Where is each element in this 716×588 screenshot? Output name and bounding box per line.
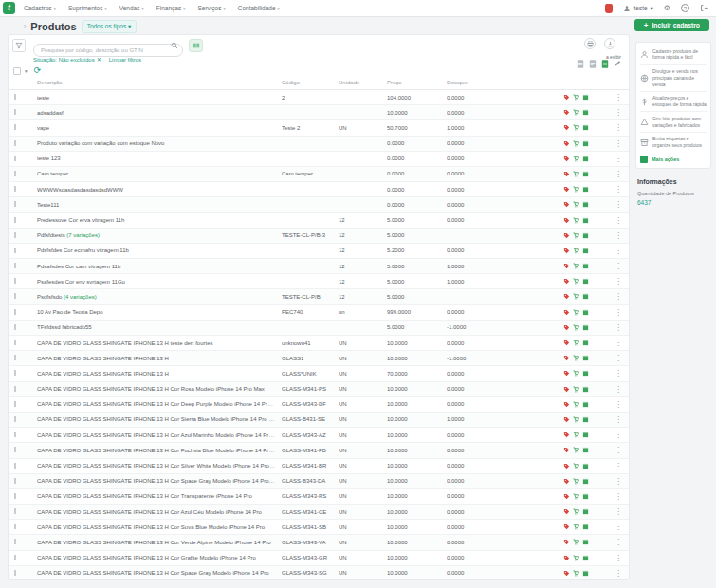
stock-box-icon[interactable] <box>582 539 589 545</box>
row-actions-menu-icon[interactable]: ⋮ <box>615 308 622 317</box>
table-row[interactable]: 10 Av Pao de Teoria DepoPEC740un999.0000… <box>9 305 629 321</box>
row-checkbox[interactable] <box>14 232 16 238</box>
table-row[interactable]: Cam temperCam temper0.00000.0000⋮ <box>9 167 629 182</box>
product-description[interactable]: Pdsafsdes Cor cam vitragem 11b <box>37 264 276 269</box>
row-actions-menu-icon[interactable]: ⋮ <box>615 200 622 209</box>
product-description[interactable]: CAPA DE VIDRO GLASS SHINGATE IPHONE 13 H… <box>37 416 276 422</box>
row-checkbox[interactable] <box>14 186 16 192</box>
row-actions-menu-icon[interactable]: ⋮ <box>615 323 622 332</box>
price-tag-icon[interactable] <box>563 324 570 331</box>
product-description[interactable]: TFsfdssd fabricado55 <box>37 324 276 330</box>
cart-icon[interactable] <box>573 370 579 377</box>
notifications-icon[interactable] <box>605 4 613 13</box>
row-checkbox[interactable] <box>14 340 16 345</box>
stock-box-icon[interactable] <box>582 156 589 162</box>
row-actions-menu-icon[interactable]: ⋮ <box>615 523 622 531</box>
row-checkbox[interactable] <box>14 386 16 392</box>
price-tag-icon[interactable] <box>563 293 570 300</box>
stock-box-icon[interactable] <box>582 447 589 453</box>
stock-box-icon[interactable] <box>582 524 589 530</box>
table-row[interactable]: Pdsafsdes Cor cam vitragem 11b125.00001.… <box>9 259 629 274</box>
product-description[interactable]: teste 123 <box>37 156 276 161</box>
clear-filters-link[interactable]: Limpar filtros <box>109 57 141 63</box>
stock-box-icon[interactable] <box>582 278 589 285</box>
table-row[interactable]: Pdsfsfdes Cor ecmafru vitragem 11b125.20… <box>9 244 629 259</box>
table-row[interactable]: Predessove Cor erva vitragem 11h125.0000… <box>9 213 629 229</box>
table-row[interactable]: CAPA DE VIDRO GLASS SHINGATE IPHONE 13 H… <box>9 474 629 489</box>
column-header-unidade[interactable]: Unidade <box>339 80 359 85</box>
stock-box-icon[interactable] <box>582 340 589 346</box>
row-actions-menu-icon[interactable]: ⋮ <box>615 216 622 225</box>
cart-icon[interactable] <box>573 355 579 361</box>
cart-icon[interactable] <box>573 263 579 269</box>
price-tag-icon[interactable] <box>563 355 570 361</box>
search-icon[interactable] <box>171 42 178 49</box>
product-description[interactable]: CAPA DE VIDRO GLASS SHINGATE IPHONE 13 H… <box>37 386 276 392</box>
price-tag-icon[interactable] <box>563 140 570 147</box>
cart-icon[interactable] <box>573 555 579 561</box>
export-excel-icon[interactable] <box>601 60 609 68</box>
table-row[interactable]: vapeTeste 2UN50.70001.0000⋮ <box>9 120 629 136</box>
cart-icon[interactable] <box>573 340 579 346</box>
row-actions-menu-icon[interactable]: ⋮ <box>615 462 622 470</box>
column-header-codigo[interactable]: Código <box>282 80 300 85</box>
cart-icon[interactable] <box>573 156 579 162</box>
cart-icon[interactable] <box>573 140 579 147</box>
cart-icon[interactable] <box>573 309 579 316</box>
table-row[interactable]: Produto variação com variação com estoqu… <box>9 137 629 152</box>
menu-item-suprimentos[interactable]: Suprimentos ▾ <box>68 5 107 11</box>
product-description[interactable]: CAPA DE VIDRO GLASS SHINGATE IPHONE 13 H… <box>37 555 276 560</box>
price-tag-icon[interactable] <box>563 416 570 423</box>
table-row[interactable]: CAPA DE VIDRO GLASS SHINGATE IPHONE 13 H… <box>9 443 629 458</box>
product-description[interactable]: CAPA DE VIDRO GLASS SHINGATE IPHONE 13 H… <box>37 340 276 346</box>
product-description[interactable]: CAPA DE VIDRO GLASS SHINGATE IPHONE 13 H… <box>37 493 276 499</box>
row-actions-menu-icon[interactable]: ⋮ <box>615 292 622 301</box>
price-tag-icon[interactable] <box>563 124 570 131</box>
row-checkbox[interactable] <box>14 94 16 100</box>
stock-box-icon[interactable] <box>582 140 589 147</box>
row-actions-menu-icon[interactable]: ⋮ <box>615 415 622 424</box>
table-row[interactable]: adsaddasf10.00000.0000⋮ <box>9 105 629 120</box>
row-actions-menu-icon[interactable]: ⋮ <box>615 538 622 546</box>
price-tag-icon[interactable] <box>563 493 570 500</box>
row-checkbox[interactable] <box>14 309 16 315</box>
price-tag-icon[interactable] <box>563 447 570 453</box>
cart-icon[interactable] <box>573 508 579 515</box>
price-tag-icon[interactable] <box>563 570 570 577</box>
help-icon[interactable]: ? <box>681 4 689 12</box>
row-actions-menu-icon[interactable]: ⋮ <box>615 339 622 347</box>
row-checkbox[interactable] <box>14 263 16 268</box>
product-description[interactable]: Produto variação com variação com estoqu… <box>37 140 276 146</box>
cart-icon[interactable] <box>573 278 579 285</box>
row-checkbox[interactable] <box>14 124 16 130</box>
stock-box-icon[interactable] <box>582 293 589 300</box>
row-actions-menu-icon[interactable]: ⋮ <box>615 446 622 454</box>
table-row[interactable]: Pdfsfdtests (7 variações)TESTE-CL-P/B-31… <box>9 229 629 244</box>
stock-box-icon[interactable] <box>582 432 589 438</box>
stock-box-icon[interactable] <box>582 401 589 408</box>
table-row[interactable]: CAPA DE VIDRO GLASS SHINGATE IPHONE 13 H… <box>9 336 629 351</box>
advanced-filter-button[interactable] <box>12 39 26 52</box>
price-tag-icon[interactable] <box>563 508 570 515</box>
active-filter-chip[interactable]: Situação: Não excluídos✕ <box>33 56 101 63</box>
sidebar-action-0[interactable]: Cadastre produtos de forma rápida e fáci… <box>640 45 707 65</box>
row-actions-menu-icon[interactable]: ⋮ <box>615 400 622 409</box>
print-button[interactable] <box>584 38 596 49</box>
row-actions-menu-icon[interactable]: ⋮ <box>615 123 622 132</box>
product-description[interactable]: CAPA DE VIDRO GLASS SHINGATE IPHONE 13 H… <box>37 524 276 530</box>
sidebar-action-4[interactable]: Emita etiquetas e organize seus produtos <box>640 133 707 153</box>
row-actions-menu-icon[interactable]: ⋮ <box>615 170 622 178</box>
stock-box-icon[interactable] <box>582 386 589 393</box>
table-row[interactable]: Psdfsfsdo (4 variações)TESTE-CL-P/B125.0… <box>9 289 629 304</box>
price-tag-icon[interactable] <box>563 370 570 377</box>
row-actions-menu-icon[interactable]: ⋮ <box>615 431 622 439</box>
row-checkbox[interactable] <box>14 416 16 422</box>
download-button[interactable] <box>604 38 615 49</box>
table-row[interactable]: CAPA DE VIDRO GLASS SHINGATE IPHONE 13 H… <box>9 351 629 366</box>
stock-box-icon[interactable] <box>582 463 589 469</box>
table-row[interactable]: CAPA DE VIDRO GLASS SHINGATE IPHONE 13 H… <box>9 397 629 413</box>
price-tag-icon[interactable] <box>563 386 570 393</box>
stock-box-icon[interactable] <box>582 248 589 254</box>
price-tag-icon[interactable] <box>563 171 570 177</box>
sidebar-action-1[interactable]: Divulgue e venda nos principais canais d… <box>640 65 707 92</box>
